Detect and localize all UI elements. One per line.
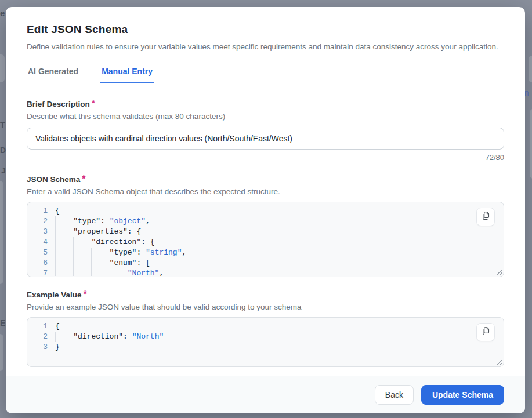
resize-handle[interactable] (497, 359, 502, 365)
code-line: 2"type": "object", (28, 216, 497, 227)
brief-description-label: Brief Description* (27, 99, 504, 109)
json-schema-helper: Enter a valid JSON Schema object that de… (27, 187, 504, 196)
editor-scrollbar-track (497, 203, 497, 276)
example-value-helper: Provide an example JSON value that shoul… (27, 303, 504, 311)
resize-handle[interactable] (497, 270, 502, 275)
tab-bar: AI GeneratedManual Entry (27, 67, 504, 83)
dialog-footer: Back Update Schema (6, 376, 525, 413)
editor-scrollbar-track (497, 318, 497, 366)
background-text-fragment: E (0, 319, 5, 327)
background-text-fragment: J (1, 166, 6, 175)
back-button[interactable]: Back (375, 385, 414, 405)
dialog-body: Edit JSON Schema Define validation rules… (6, 7, 525, 376)
json-schema-label: JSON Schema* (27, 174, 504, 184)
dialog-title: Edit JSON Schema (27, 23, 504, 36)
copy-icon (481, 326, 491, 339)
brief-description-section: Brief Description* Describe what this sc… (27, 99, 504, 162)
json-schema-code-area[interactable]: 1{2"type": "object",3"properties": {4"di… (28, 203, 497, 276)
example-value-editor[interactable]: 1{2"direction": "North"3} (27, 317, 504, 367)
code-line: 3"properties": { (28, 227, 497, 237)
background-page-box (530, 109, 532, 179)
copy-button[interactable] (476, 208, 495, 226)
required-asterisk: * (84, 289, 87, 299)
example-value-label: Example Value* (27, 289, 504, 300)
required-asterisk: * (92, 99, 95, 108)
example-value-section: Example Value* Provide an example JSON v… (27, 289, 504, 367)
background-page-box (529, 56, 532, 82)
dialog-subtitle: Define validation rules to ensure your v… (27, 42, 504, 51)
edit-json-schema-dialog: Edit JSON Schema Define validation rules… (6, 7, 525, 413)
json-schema-section: JSON Schema* Enter a valid JSON Schema o… (27, 174, 504, 277)
background-page-box (0, 54, 5, 82)
background-text-fragment: D (0, 146, 6, 154)
code-line: 4"direction": { (28, 237, 497, 248)
code-line: 1{ (28, 206, 497, 216)
code-line: 1{ (28, 321, 497, 332)
background-page-box (0, 181, 3, 284)
tab-manual-entry[interactable]: Manual Entry (100, 67, 154, 83)
copy-icon (481, 211, 491, 223)
code-line: 3} (28, 342, 497, 352)
code-line: 6"enum": [ (28, 258, 497, 268)
brief-description-helper: Describe what this schema validates (max… (27, 112, 504, 121)
background-text-fragment: T (0, 121, 5, 129)
brief-description-input[interactable] (27, 128, 504, 150)
required-asterisk: * (82, 174, 85, 184)
code-line: 5"type": "string", (28, 248, 497, 258)
example-value-code-area[interactable]: 1{2"direction": "North"3} (28, 318, 497, 366)
tab-ai-generated[interactable]: AI Generated (27, 67, 79, 83)
update-schema-button[interactable]: Update Schema (421, 385, 504, 405)
char-counter: 72/80 (27, 153, 504, 162)
code-line: 2"direction": "North" (28, 332, 497, 342)
copy-button[interactable] (476, 323, 495, 341)
code-line: 7"North", (28, 268, 497, 276)
json-schema-editor[interactable]: 1{2"type": "object",3"properties": {4"di… (27, 202, 504, 277)
background-text-fragment: e (0, 9, 5, 17)
background-page-box (0, 334, 3, 371)
